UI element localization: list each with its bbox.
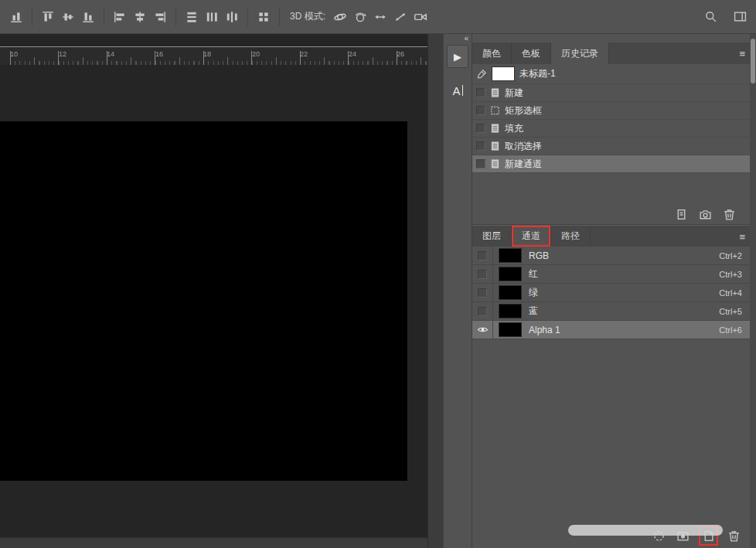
history-source-toggle[interactable] bbox=[476, 124, 485, 133]
channel-row-green[interactable]: 绿 Ctrl+4 bbox=[472, 284, 750, 302]
channels-panel-menu-icon[interactable]: ≡ bbox=[739, 230, 745, 242]
3d-mode-label: 3D 模式: bbox=[290, 10, 325, 23]
new-snapshot-camera-button[interactable] bbox=[699, 208, 712, 221]
align-bottom-button[interactable] bbox=[78, 7, 98, 27]
history-document-row[interactable]: 未标题-1 bbox=[472, 64, 750, 84]
channel-row-alpha1[interactable]: Alpha 1 Ctrl+6 bbox=[472, 321, 750, 339]
3d-camera-icon bbox=[414, 10, 427, 24]
dock-scrollbar-thumb[interactable] bbox=[751, 39, 755, 83]
workspace-icon bbox=[734, 10, 747, 23]
visibility-toggle[interactable] bbox=[472, 302, 493, 320]
distribute-vertical-button[interactable] bbox=[182, 7, 202, 27]
history-step-selected[interactable]: 新建通道 bbox=[472, 155, 750, 173]
collapse-dock-icon[interactable]: « bbox=[464, 34, 468, 43]
photoshop-window: 3D 模式: 10 12 14 16 18 20 22 24 26 « ▶ bbox=[0, 0, 756, 548]
align-vertical-center-button[interactable] bbox=[58, 7, 78, 27]
distribute-spacing-button[interactable] bbox=[222, 7, 242, 27]
align-horizontal-center-button[interactable] bbox=[130, 7, 150, 27]
channel-row-red[interactable]: 红 Ctrl+3 bbox=[472, 265, 750, 284]
history-step[interactable]: 取消选择 bbox=[472, 138, 750, 155]
document-vertical-scrollbar[interactable] bbox=[427, 34, 443, 548]
ruler-tick-label: 24 bbox=[349, 50, 356, 58]
history-brush-icon[interactable] bbox=[476, 69, 487, 80]
3d-slide-icon bbox=[393, 10, 407, 24]
3d-orbit-button[interactable] bbox=[330, 7, 350, 27]
history-actions-bar bbox=[472, 204, 750, 224]
visibility-toggle[interactable] bbox=[472, 284, 493, 301]
visibility-well bbox=[478, 307, 487, 316]
channel-row-rgb[interactable]: RGB Ctrl+2 bbox=[472, 247, 750, 265]
actions-panel-button[interactable]: ▶ bbox=[447, 45, 468, 68]
history-source-toggle[interactable] bbox=[476, 88, 485, 97]
tab-paths[interactable]: 路径 bbox=[551, 226, 591, 247]
ruler-tick-label: 14 bbox=[107, 50, 114, 58]
tab-history[interactable]: 历史记录 bbox=[551, 43, 609, 64]
visibility-toggle[interactable] bbox=[472, 265, 493, 283]
ruler-tick-label: 10 bbox=[10, 50, 18, 58]
history-step[interactable]: 填充 bbox=[472, 120, 750, 138]
tab-swatches[interactable]: 色板 bbox=[512, 43, 551, 64]
ruler-tick-label: 22 bbox=[300, 50, 308, 58]
tab-color[interactable]: 颜色 bbox=[472, 43, 512, 64]
document-icon bbox=[490, 123, 500, 134]
channel-thumbnail bbox=[499, 267, 522, 281]
channel-name: 绿 bbox=[529, 286, 719, 299]
history-source-toggle[interactable] bbox=[476, 141, 485, 151]
ruler-tick-label: 18 bbox=[203, 50, 211, 58]
history-step-label: 取消选择 bbox=[505, 140, 542, 153]
align-top-button[interactable] bbox=[38, 7, 58, 27]
3d-pan-button[interactable] bbox=[370, 7, 390, 27]
tab-color-label: 颜色 bbox=[482, 47, 501, 60]
search-icon bbox=[704, 10, 717, 23]
align-vertical-center-icon bbox=[61, 10, 75, 24]
align-right-icon bbox=[153, 10, 167, 24]
marquee-icon bbox=[490, 105, 500, 116]
channel-shortcut: Ctrl+6 bbox=[719, 325, 742, 335]
visibility-toggle[interactable] bbox=[472, 247, 493, 264]
horizontal-scrollbar[interactable] bbox=[0, 537, 427, 548]
history-empty-space bbox=[472, 173, 750, 204]
delete-channel-trash-button[interactable] bbox=[727, 529, 741, 543]
history-step-label: 新建通道 bbox=[505, 158, 542, 171]
dock-scrollbar[interactable] bbox=[750, 34, 756, 548]
tab-channels[interactable]: 通道 bbox=[512, 226, 551, 247]
3d-roll-button[interactable] bbox=[350, 7, 370, 27]
tab-paths-label: 路径 bbox=[561, 230, 580, 243]
auto-align-icon bbox=[257, 10, 271, 24]
tooltip-placeholder bbox=[568, 525, 723, 536]
history-step[interactable]: 矩形选框 bbox=[472, 102, 750, 120]
align-left-button[interactable] bbox=[110, 7, 130, 27]
distribute-heights-icon bbox=[9, 10, 23, 24]
dock-gap bbox=[472, 34, 750, 43]
tab-swatches-label: 色板 bbox=[522, 47, 540, 60]
3d-slide-button[interactable] bbox=[390, 7, 410, 27]
distribute-heights-button[interactable] bbox=[6, 7, 26, 27]
history-step[interactable]: 新建 bbox=[472, 84, 750, 102]
auto-align-button[interactable] bbox=[254, 7, 274, 27]
visibility-toggle[interactable] bbox=[472, 321, 493, 339]
toolbar-separator bbox=[279, 8, 280, 26]
history-source-toggle[interactable] bbox=[476, 159, 485, 168]
tab-layers[interactable]: 图层 bbox=[472, 226, 512, 247]
workspace-switcher-button[interactable] bbox=[730, 7, 750, 27]
3d-camera-button[interactable] bbox=[410, 7, 431, 27]
type-icon: A bbox=[452, 84, 460, 97]
3d-pan-icon bbox=[373, 10, 387, 24]
history-panel-menu-icon[interactable]: ≡ bbox=[739, 48, 745, 60]
history-source-toggle[interactable] bbox=[476, 106, 485, 115]
character-panel-button[interactable]: A bbox=[447, 79, 468, 102]
history-panel-tab-bar: 颜色 色板 历史记录 ≡ bbox=[472, 43, 750, 64]
3d-roll-icon bbox=[353, 10, 367, 24]
panel-dock: 颜色 色板 历史记录 ≡ 未标题-1 新建 矩形选框 bbox=[472, 34, 750, 548]
delete-state-trash-button[interactable] bbox=[723, 208, 736, 221]
distribute-horizontal-button[interactable] bbox=[202, 7, 222, 27]
search-button[interactable] bbox=[700, 7, 720, 27]
horizontal-ruler[interactable]: 10 12 14 16 18 20 22 24 26 bbox=[0, 46, 427, 65]
align-right-button[interactable] bbox=[150, 7, 170, 27]
toolbar-separator bbox=[32, 8, 32, 26]
canvas[interactable] bbox=[0, 121, 407, 481]
channel-name: 蓝 bbox=[529, 305, 719, 318]
channel-row-blue[interactable]: 蓝 Ctrl+5 bbox=[472, 302, 750, 321]
new-document-from-state-button[interactable] bbox=[675, 208, 688, 221]
eye-icon bbox=[477, 324, 489, 335]
